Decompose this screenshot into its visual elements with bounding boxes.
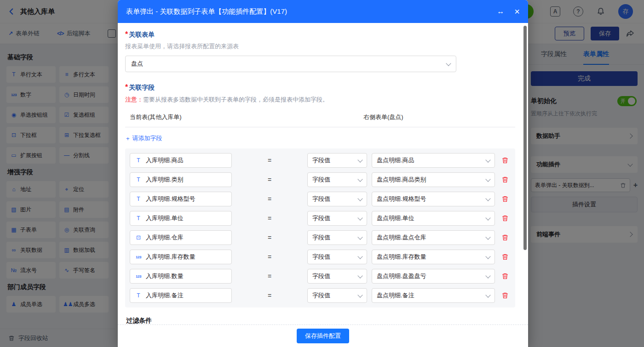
field-mapping-row: T 入库明细.商品 = 字段值 盘点明细.商品 [130, 153, 511, 168]
source-field-box[interactable]: 123 入库明细.数量 [130, 269, 232, 284]
chevron-down-icon [485, 234, 490, 239]
linked-form-select[interactable]: 盘点 [125, 56, 456, 72]
value-type-select[interactable]: 字段值 [307, 192, 367, 206]
source-field-value: 入库明细.规格型号 [146, 195, 196, 203]
field-type-icon: T [135, 157, 142, 164]
source-field-box[interactable]: T 入库明细.单位 [130, 211, 232, 226]
add-field-label: 请添加字段 [132, 134, 162, 142]
add-field-link[interactable]: + 请添加字段 [126, 134, 162, 142]
source-field-value: 入库明细.备注 [146, 291, 184, 300]
field-mapping-row: T 入库明细.类别 = 字段值 盘点明细.商品类别 [130, 172, 511, 187]
field-type-icon: 123 [135, 255, 142, 259]
target-field-select[interactable]: 盘点明细.单位 [372, 211, 495, 226]
modal-scrollbar[interactable] [523, 26, 527, 250]
target-field-value: 盘点明细.商品 [377, 156, 414, 165]
value-type-select[interactable]: 字段值 [307, 250, 367, 264]
filter-condition-label: 过滤条件 [126, 317, 515, 324]
value-type-select[interactable]: 字段值 [307, 211, 367, 226]
source-field-value: 入库明细.商品 [146, 156, 184, 165]
source-field-value: 入库明细.类别 [146, 176, 184, 184]
save-plugin-config-button[interactable]: 保存插件配置 [297, 329, 349, 343]
chevron-down-icon [357, 215, 362, 220]
source-field-box[interactable]: T 入库明细.商品 [130, 153, 232, 168]
field-type-icon: T [135, 176, 142, 183]
source-field-box[interactable]: T 入库明细.备注 [130, 288, 232, 303]
source-field-value: 入库明细.单位 [146, 214, 184, 222]
value-type-value: 字段值 [312, 156, 330, 165]
field-mapping-row: 123 入库明细.数量 = 字段值 盘点明细.盘盈盘亏 [130, 269, 511, 284]
field-type-icon: 123 [135, 274, 142, 279]
target-field-select[interactable]: 盘点明细.备注 [372, 288, 495, 303]
chevron-down-icon [446, 61, 451, 66]
plus-icon: + [126, 135, 130, 142]
chevron-down-icon [357, 196, 362, 201]
value-type-select[interactable]: 字段值 [307, 269, 367, 284]
field-type-icon: T [135, 292, 142, 299]
modal-header: 表单弹出 - 关联数据到子表单【功能插件配置】(V17) ↔ × [118, 0, 528, 23]
target-field-value: 盘点明细.商品类别 [377, 176, 426, 184]
source-field-box[interactable]: T 入库明细.规格型号 [130, 192, 232, 206]
target-field-select[interactable]: 盘点明细.商品类别 [372, 172, 495, 187]
mapping-column-headers: 当前表(其他入库单) 右侧表单(盘点) [125, 113, 515, 127]
plugin-config-modal: 表单弹出 - 关联数据到子表单【功能插件配置】(V17) ↔ × *关联表单 报… [118, 0, 528, 347]
field-type-icon: ⊡ [135, 234, 142, 241]
field-type-icon: T [135, 196, 142, 202]
chevron-down-icon [485, 196, 490, 201]
chevron-down-icon [357, 273, 362, 278]
linked-fields-label: 关联字段 [129, 84, 155, 91]
target-field-value: 盘点明细.规格型号 [377, 195, 426, 203]
linked-form-hint: 报表菜单使用，请选择报表所配置的来源表 [125, 42, 515, 51]
value-type-select[interactable]: 字段值 [307, 288, 367, 303]
target-field-select[interactable]: 盘点明细.盘点仓库 [372, 230, 495, 245]
field-mapping-row: T 入库明细.备注 = 字段值 盘点明细.备注 [130, 288, 511, 303]
delete-row-icon[interactable] [500, 176, 511, 183]
chevron-down-icon [485, 176, 490, 182]
value-type-select[interactable]: 字段值 [307, 172, 367, 187]
target-field-value: 盘点明细.单位 [377, 214, 414, 222]
value-type-value: 字段值 [312, 233, 330, 242]
delete-row-icon[interactable] [500, 215, 511, 222]
value-type-value: 字段值 [312, 291, 330, 300]
delete-row-icon[interactable] [500, 273, 511, 280]
source-field-value: 入库明细.仓库 [146, 233, 184, 242]
delete-row-icon[interactable] [500, 195, 511, 203]
delete-row-icon[interactable] [500, 234, 511, 241]
chevron-down-icon [357, 254, 362, 259]
value-type-value: 字段值 [312, 195, 330, 203]
target-field-value: 盘点明细.盘点仓库 [377, 233, 426, 242]
current-table-header: 当前表(其他入库单) [130, 113, 363, 121]
source-field-box[interactable]: 123 入库明细.库存数量 [130, 250, 232, 264]
source-field-value: 入库明细.库存数量 [146, 253, 196, 261]
close-icon[interactable]: × [514, 7, 520, 16]
target-field-select[interactable]: 盘点明细.库存数量 [372, 250, 495, 264]
right-table-header: 右侧表单(盘点) [363, 113, 403, 121]
field-mapping-row: T 入库明细.规格型号 = 字段值 盘点明细.规格型号 [130, 192, 511, 206]
modal-body: *关联表单 报表菜单使用，请选择报表所配置的来源表 盘点 *关联字段 注意：需要… [118, 23, 528, 324]
value-type-select[interactable]: 字段值 [307, 230, 367, 245]
value-type-select[interactable]: 字段值 [307, 153, 367, 168]
linked-fields-note: 注意：需要从报表多选数据中关联到子表单的字段，必须是报表中添加字段。 [125, 96, 515, 104]
required-asterisk: * [125, 83, 128, 91]
source-field-box[interactable]: ⊡ 入库明细.仓库 [130, 230, 232, 245]
required-asterisk: * [125, 30, 128, 38]
delete-row-icon[interactable] [500, 157, 511, 164]
equals-sign: = [236, 234, 303, 241]
equals-sign: = [236, 273, 303, 280]
chevron-down-icon [357, 157, 362, 162]
delete-row-icon[interactable] [500, 253, 511, 261]
field-mapping-row: T 入库明细.单位 = 字段值 盘点明细.单位 [130, 211, 511, 226]
source-field-box[interactable]: T 入库明细.类别 [130, 172, 232, 187]
chevron-down-icon [357, 292, 362, 297]
target-field-select[interactable]: 盘点明细.商品 [372, 153, 495, 168]
equals-sign: = [236, 292, 303, 299]
value-type-value: 字段值 [312, 214, 330, 222]
linked-form-select-value: 盘点 [131, 60, 143, 68]
chevron-down-icon [485, 273, 490, 278]
expand-icon[interactable]: ↔ [497, 7, 504, 16]
equals-sign: = [236, 176, 303, 183]
value-type-value: 字段值 [312, 176, 330, 184]
target-field-select[interactable]: 盘点明细.盘盈盘亏 [372, 269, 495, 284]
delete-row-icon[interactable] [500, 292, 511, 299]
target-field-select[interactable]: 盘点明细.规格型号 [372, 192, 495, 206]
target-field-value: 盘点明细.盘盈盘亏 [377, 272, 426, 280]
